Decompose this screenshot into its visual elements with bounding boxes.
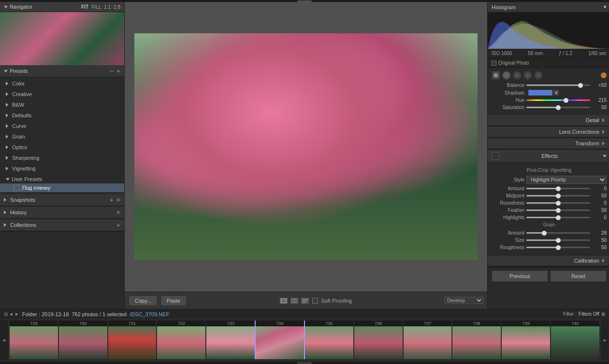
film-photo-739[interactable]: 739 [502,321,550,359]
previous-button[interactable]: Previous [492,270,548,282]
tool-circle-1[interactable]: ○ [502,71,511,80]
preset-group-color-header[interactable]: Color [0,79,124,88]
film-photo-740[interactable]: 740 [551,321,599,359]
preset-grain-header[interactable]: Grain [0,132,124,141]
fit-option-1-1[interactable]: 1:1 [104,4,111,10]
grain-amount-slider[interactable] [526,232,590,234]
saturation-row: Saturation 50 [492,105,607,110]
preset-vignetting-header[interactable]: Vignetting [0,164,124,173]
bottom-handle[interactable] [0,362,609,364]
original-photo-checkbox[interactable] [492,61,496,66]
soft-proof-label[interactable]: Soft Proofing [321,298,352,304]
saturation-slider[interactable] [526,107,590,108]
tool-circle-2[interactable]: ○ [513,71,522,80]
preset-curve-header[interactable]: Curve [0,122,124,130]
grain-roughness-slider[interactable] [526,247,590,248]
film-photo-736[interactable]: 736 [354,321,403,359]
effects-header[interactable]: Effects [488,150,609,163]
snapshots-add-btn[interactable]: + [110,196,114,203]
style-select[interactable]: Highlight Priority [526,176,607,184]
navigator-header[interactable]: Navigator FIT FILL 1:1 1:8 [0,2,124,12]
calibration-header[interactable]: Calibration [488,255,609,266]
collections-header-left: Collections [4,222,36,228]
presets-add-btn[interactable]: − [110,68,114,74]
navigator-header-left: Navigator [4,4,32,10]
navigator-preview [0,12,124,65]
view-survey[interactable] [301,297,309,304]
copy-button[interactable]: Copy... [129,295,158,306]
film-photo-733[interactable]: 733 [206,321,255,359]
reset-button[interactable]: Reset [550,270,607,282]
toolbar-dropdown[interactable]: Develop [445,297,483,304]
effects-label: Effects [541,153,557,159]
shadows-dropdown-btn[interactable]: ▾ [553,90,559,96]
collections-add-btn[interactable]: + [116,222,120,228]
histogram-section: Histogram ▾ ISO 1000 55 mm ƒ / 1.2 [488,2,609,68]
feather-slider[interactable] [526,210,590,211]
shadows-color-fill[interactable] [528,90,552,96]
filmstrip-scroll-right[interactable]: ► [601,320,609,360]
film-photo-738[interactable]: 738 [452,321,501,359]
vignetting-expand-arrow [6,167,10,170]
preset-optics-header[interactable]: Optics [0,143,124,152]
view-compare[interactable] [290,297,299,304]
film-photo-729[interactable]: 729 [10,321,58,359]
collections-section: Collections + [0,219,124,232]
history-header[interactable]: History × [0,207,124,219]
vignette-amount-slider[interactable] [526,188,590,189]
soft-proof-checkbox[interactable] [312,298,318,304]
film-photo-731[interactable]: 731 [108,321,157,359]
lens-header[interactable]: Lens Corrections [488,126,609,138]
filmstrip-nav-prev[interactable]: ◄ [9,311,14,317]
history-clear-btn[interactable]: × [116,209,120,216]
fit-option-fit[interactable]: FIT [81,4,88,10]
detail-header[interactable]: Detail [488,115,609,126]
image-container[interactable] [125,2,487,292]
highlights-slider[interactable] [526,217,590,218]
tool-wbalance[interactable] [492,71,500,80]
filmstrip-grid-toggle[interactable]: ⊞ [601,311,605,317]
grain-size-slider[interactable] [526,239,590,241]
filter-value[interactable]: Filters Off [579,311,599,317]
filmstrip-nav-next[interactable]: ► [14,311,19,317]
tool-circle-3[interactable]: ○ [523,71,532,80]
film-photo-737[interactable]: 737 [404,321,452,359]
film-photo-730[interactable]: 730 [59,321,107,359]
film-photo-732[interactable]: 732 [157,321,205,359]
roundness-slider[interactable] [526,202,590,204]
fit-option-1-8[interactable]: 1:8 [114,4,120,10]
preset-sharpening-header[interactable]: Sharpening [0,154,124,162]
snapshots-close-btn[interactable]: × [116,196,120,203]
histogram-header[interactable]: Histogram ▾ [488,2,609,13]
preset-user-header[interactable]: User Presets [0,175,124,183]
svg-rect-0 [281,299,286,303]
preset-item-pod-plenku[interactable]: Под пленку [0,183,124,192]
hue-slider[interactable] [526,99,590,101]
color-swatch[interactable] [601,72,607,78]
snapshots-header[interactable]: Snapshots + × [0,194,124,206]
creative-expand-arrow [6,92,10,96]
effects-enable-toggle[interactable] [492,152,499,160]
collections-header[interactable]: Collections + [0,219,124,231]
collections-expand-arrow [4,223,8,227]
film-photo-734[interactable]: 734 [256,321,304,359]
preset-subgroup-grain: Grain [0,131,124,142]
fit-option-fill[interactable]: FILL [91,4,101,10]
midpoint-slider[interactable] [526,195,590,196]
transform-header[interactable]: Transform [488,138,609,149]
preset-vignetting-label: Vignetting [12,166,36,171]
preset-group-creative-header[interactable]: Creative [0,90,124,98]
paste-button[interactable]: Paste [160,295,187,306]
filmstrip-grid-icon[interactable]: ⊞ [4,311,8,317]
photo-thumb-734 [256,326,304,359]
view-single[interactable] [279,297,288,304]
film-photo-735[interactable]: 735 [305,321,353,359]
presets-section-header[interactable]: Presets − + [0,65,124,77]
tool-circle-4[interactable]: ○ [534,71,543,80]
balance-slider[interactable] [526,84,590,86]
preset-group-defaults-header[interactable]: Defaults [0,111,124,120]
preset-item-label: Под пленку [22,185,50,191]
preset-group-bw-header[interactable]: B&W [0,100,124,109]
filmstrip-scroll-left[interactable]: ◄ [0,320,8,360]
presets-add2-btn[interactable]: + [116,68,120,74]
